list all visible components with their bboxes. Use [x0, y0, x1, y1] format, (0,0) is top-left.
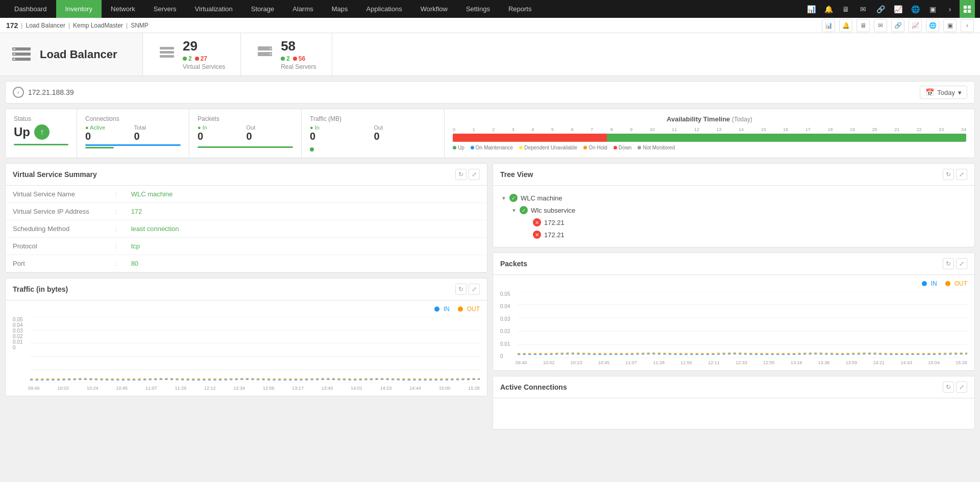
vs-row-val-0[interactable]: WLC machine: [124, 186, 487, 203]
link-icon[interactable]: 🔗: [873, 2, 888, 17]
tree-view-panel: Tree View ↻ ⤢ ▼ ✓ WLC machine ▼ ✓: [493, 163, 975, 247]
availability-title: Availability Timeline (Today): [453, 115, 966, 123]
nav-item-reports[interactable]: Reports: [499, 0, 541, 18]
breadcrumb-terminal-icon[interactable]: ▣: [943, 19, 957, 32]
tree-view-title: Tree View: [500, 170, 533, 179]
packets-out-label: Out: [247, 124, 293, 131]
nav-item-virtualization[interactable]: Virtualization: [186, 0, 242, 18]
analytics-icon[interactable]: 📈: [890, 2, 905, 17]
terminal-icon[interactable]: ▣: [925, 2, 940, 17]
tree-refresh-btn[interactable]: ↻: [943, 169, 954, 180]
packets-expand-btn[interactable]: ⤢: [956, 258, 967, 269]
breadcrumb-bell-icon[interactable]: 🔔: [839, 19, 852, 32]
globe-icon[interactable]: 🌐: [908, 2, 923, 17]
availability-hours: 0123456789101112131415161718192021222324: [453, 127, 966, 132]
avail-down-segment: [453, 134, 607, 142]
nav-item-workflow[interactable]: Workflow: [411, 0, 457, 18]
packets-out-legend: OUT: [945, 280, 967, 287]
tree-item-wlc-subservice[interactable]: ▼ ✓ Wlc subservice: [501, 204, 966, 216]
connections-cell: Connections ● Active 0 Total 0: [77, 109, 189, 158]
breadcrumb-monitor-icon[interactable]: 🖥: [856, 19, 870, 32]
nav-item-inventory[interactable]: Inventory: [56, 0, 102, 18]
arrow-right-icon[interactable]: ›: [942, 2, 958, 17]
nav-item-maps[interactable]: Maps: [323, 0, 357, 18]
vs-row-sep-0: :: [108, 186, 124, 203]
ac-expand-btn[interactable]: ⤢: [956, 382, 967, 393]
packets-out-value: 0: [247, 131, 293, 142]
virtual-services-stat[interactable]: 29 2 27 Virtual Services: [143, 33, 241, 75]
connections-label: Connections: [85, 115, 181, 122]
vs-summary-header: Virtual Service Summary ↻ ⤢: [6, 164, 487, 186]
panels-row: Virtual Service Summary ↻ ⤢ Virtual Serv…: [5, 163, 975, 429]
vs-row-sep-3: :: [108, 238, 124, 255]
svg-rect-12: [160, 55, 174, 58]
traffic-refresh-btn[interactable]: ↻: [455, 284, 467, 295]
breadcrumb-graph-icon[interactable]: 📊: [822, 19, 835, 32]
nav-item-applications[interactable]: Applications: [357, 0, 411, 18]
status-value-group: Up ↑: [14, 124, 68, 140]
vs-refresh-btn[interactable]: ↻: [455, 169, 467, 180]
ac-refresh-btn[interactable]: ↻: [943, 382, 954, 393]
breadcrumb-globe-icon[interactable]: 🌐: [926, 19, 939, 32]
status-up-text: Up: [14, 125, 30, 139]
email-icon[interactable]: ✉: [855, 2, 871, 17]
breadcrumb-part-1[interactable]: Load Balancer: [26, 22, 65, 29]
availability-bar: [453, 134, 966, 142]
vs-row-port: Port : 80: [6, 255, 487, 272]
breadcrumb-sep-2: |: [68, 22, 70, 29]
packets-panel-title: Packets: [500, 260, 527, 268]
active-dot: ●: [85, 124, 90, 131]
vs-badges: 2 27: [183, 55, 225, 62]
traffic-chart-legend: IN OUT: [13, 306, 480, 313]
nav-item-alarms[interactable]: Alarms: [283, 0, 322, 18]
total-conn-group: Total 0: [134, 124, 181, 142]
breadcrumb-analytics-icon[interactable]: 📈: [909, 19, 922, 32]
bell-icon[interactable]: 🔔: [821, 2, 836, 17]
tree-item-172-2[interactable]: ✕ 172.21: [501, 229, 966, 241]
breadcrumb-title: 172: [6, 21, 18, 30]
avail-up-segment: [607, 134, 966, 142]
active-connections-title: Active Connections: [500, 383, 567, 391]
tree-expand-btn[interactable]: ⤢: [956, 169, 967, 180]
nav-item-dashboard[interactable]: Dashboard: [5, 0, 56, 18]
active-conn-group: ● Active 0: [85, 124, 132, 142]
nav-item-network[interactable]: Network: [102, 0, 144, 18]
traffic-in-legend: IN: [434, 306, 450, 313]
ip-back-button[interactable]: ‹ 172.21.188.39: [13, 87, 74, 98]
vs-badge-green: 2: [183, 55, 192, 62]
active-conn-value: 0: [85, 131, 132, 142]
rs-dot-red: [293, 57, 297, 61]
monitor-icon[interactable]: 🖥: [838, 2, 853, 17]
traffic-out-label: Out: [374, 124, 436, 131]
real-servers-stat[interactable]: 58 2 56 Real Servers: [241, 33, 332, 75]
legend-down: Down: [614, 145, 632, 150]
nav-item-settings[interactable]: Settings: [457, 0, 499, 18]
vs-label: Virtual Services: [183, 63, 225, 70]
breadcrumb-email-icon[interactable]: ✉: [874, 19, 887, 32]
vs-expand-btn[interactable]: ⤢: [469, 169, 480, 180]
today-select[interactable]: 📅 Today ▾: [920, 86, 967, 99]
vs-badge-red: 27: [195, 55, 207, 62]
nav-item-storage[interactable]: Storage: [242, 0, 284, 18]
breadcrumb-part-2[interactable]: Kemp LoadMaster: [73, 22, 123, 29]
chart-icon[interactable]: 📊: [803, 2, 819, 17]
traffic-cell: Traffic (MB) ● In 0 Out 0: [302, 109, 445, 158]
active-connections-actions: ↻ ⤢: [943, 382, 967, 393]
traffic-out-value: 0: [374, 131, 436, 142]
packets-refresh-btn[interactable]: ↻: [943, 258, 954, 269]
legend-maintenance: On Maintenance: [471, 145, 513, 150]
nav-item-servers[interactable]: Servers: [144, 0, 186, 18]
tree-status-red-2: ✕: [533, 218, 541, 226]
vs-row-sep-4: :: [108, 255, 124, 272]
tree-item-172-1[interactable]: ✕ 172.21: [501, 216, 966, 229]
breadcrumb-link-icon[interactable]: 🔗: [891, 19, 904, 32]
breadcrumb-part-3[interactable]: SNMP: [131, 22, 149, 29]
stats-row: Status Up ↑ Connections ● Active 0 Total: [5, 109, 975, 158]
status-cell: Status Up ↑: [6, 109, 77, 158]
packets-chart-area: IN OUT 0.050.040.030.020.010: [493, 275, 974, 370]
traffic-expand-btn[interactable]: ⤢: [469, 284, 480, 295]
breadcrumb-chevron-icon[interactable]: ›: [961, 19, 974, 32]
packets-cell: Packets ● In 0 Out 0: [189, 109, 302, 158]
tree-item-wlc-machine[interactable]: ▼ ✓ WLC machine: [501, 192, 966, 204]
vs-row-val-3: tcp: [124, 238, 487, 255]
